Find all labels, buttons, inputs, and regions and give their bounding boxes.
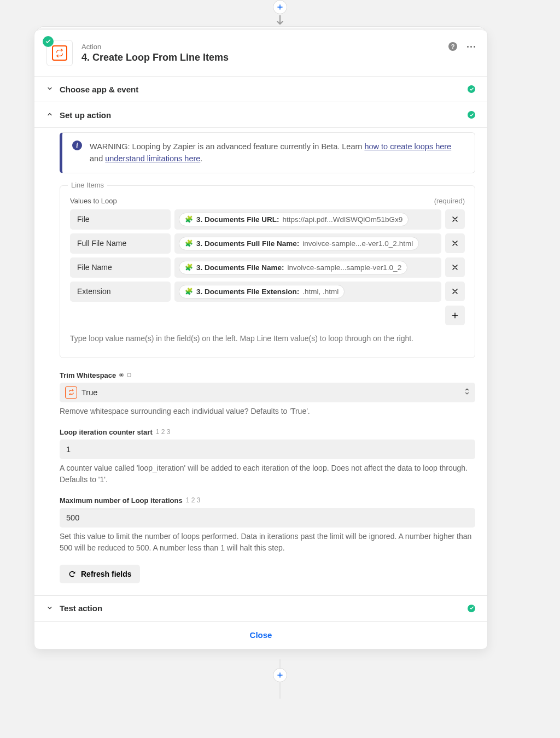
chevron-up-icon <box>46 110 53 120</box>
loop-icon <box>52 45 67 61</box>
check-icon <box>468 85 475 93</box>
close-button[interactable]: Close <box>250 630 272 640</box>
line-item-row: File Name 🧩 3. Documents File Name: invo… <box>70 257 465 278</box>
more-menu-button[interactable] <box>467 46 475 48</box>
radio-icon <box>127 373 131 377</box>
plus-icon <box>276 3 284 11</box>
close-icon <box>451 287 459 296</box>
plus-icon <box>276 671 284 679</box>
line-items-hint: Type loop value name(s) in the field(s) … <box>70 333 465 344</box>
chevron-down-icon <box>46 604 53 613</box>
chevron-updown-icon <box>464 387 470 398</box>
action-card: Action 4. Create Loop From Line Items ? … <box>34 30 488 649</box>
value-key-input[interactable]: File Name <box>70 257 171 278</box>
value-map-input[interactable]: 🧩 3. Documents File Name: invoivce-sampl… <box>174 257 441 278</box>
add-row-button[interactable] <box>445 306 465 325</box>
chevron-down-icon <box>46 84 53 94</box>
section-setup-action[interactable]: Set up action <box>34 102 487 127</box>
puzzle-icon: 🧩 <box>185 288 193 295</box>
close-icon <box>451 215 459 224</box>
check-icon <box>468 605 475 612</box>
line-item-row: File 🧩 3. Documents File URL: https://ap… <box>70 209 465 230</box>
page-title: 4. Create Loop From Line Items <box>81 52 229 63</box>
value-map-input[interactable]: 🧩 3. Documents File URL: https://api.pdf… <box>174 209 441 230</box>
add-step-bottom-button[interactable] <box>273 668 287 682</box>
value-key-input[interactable]: File <box>70 209 171 230</box>
connector-line <box>280 682 281 699</box>
value-map-input[interactable]: 🧩 3. Documents File Extension: .html, .h… <box>174 282 441 302</box>
section-choose-app[interactable]: Choose app & event <box>34 76 487 102</box>
close-icon <box>451 239 459 248</box>
max-iterations-input[interactable]: 500 <box>60 508 475 528</box>
remove-row-button[interactable] <box>445 282 465 301</box>
line-item-row: Extension 🧩 3. Documents File Extension:… <box>70 282 465 302</box>
help-icon[interactable]: ? <box>448 42 457 51</box>
card-header: Action 4. Create Loop From Line Items ? <box>34 30 487 76</box>
required-label: (required) <box>434 197 465 205</box>
eyebrow: Action <box>81 43 229 51</box>
puzzle-icon: 🧩 <box>185 215 193 223</box>
info-icon: i <box>72 140 82 150</box>
app-icon <box>46 40 73 66</box>
line-item-row: Full File Name 🧩 3. Documents Full File … <box>70 233 465 254</box>
value-map-input[interactable]: 🧩 3. Documents Full File Name: invoivce-… <box>174 233 441 254</box>
radio-icon <box>119 373 124 377</box>
add-step-top-button[interactable] <box>273 0 287 14</box>
close-icon <box>451 263 459 272</box>
puzzle-icon: 🧩 <box>185 263 193 271</box>
value-key-input[interactable]: Full File Name <box>70 233 171 254</box>
loop-icon <box>65 386 77 399</box>
remove-row-button[interactable] <box>445 233 465 253</box>
remove-row-button[interactable] <box>445 257 465 277</box>
counter-input[interactable]: 1 <box>60 440 475 459</box>
section-test-action[interactable]: Test action <box>34 595 487 621</box>
counter-field: Loop iteration counter start 1 2 3 1 A c… <box>60 428 475 485</box>
value-key-input[interactable]: Extension <box>70 282 171 302</box>
fieldset-legend: Line Items <box>68 181 107 189</box>
trim-whitespace-field: Trim Whitespace True Remove white <box>60 371 475 417</box>
check-icon <box>468 111 475 119</box>
max-iterations-field: Maximum number of Loop iterations 1 2 3 … <box>60 496 475 554</box>
puzzle-icon: 🧩 <box>185 239 193 247</box>
line-items-fieldset: Line Items Values to Loop (required) Fil… <box>60 185 475 358</box>
refresh-icon <box>68 570 77 578</box>
check-badge-icon <box>43 36 54 47</box>
link-limitations[interactable]: understand limitations here <box>105 154 200 163</box>
trim-whitespace-select[interactable]: True <box>60 383 475 402</box>
info-banner: i WARNING: Looping by Zapier is an advan… <box>60 132 475 173</box>
values-label: Values to Loop <box>70 197 117 205</box>
link-create-loops[interactable]: how to create loops here <box>364 142 451 151</box>
refresh-fields-button[interactable]: Refresh fields <box>60 565 140 583</box>
remove-row-button[interactable] <box>445 209 465 229</box>
